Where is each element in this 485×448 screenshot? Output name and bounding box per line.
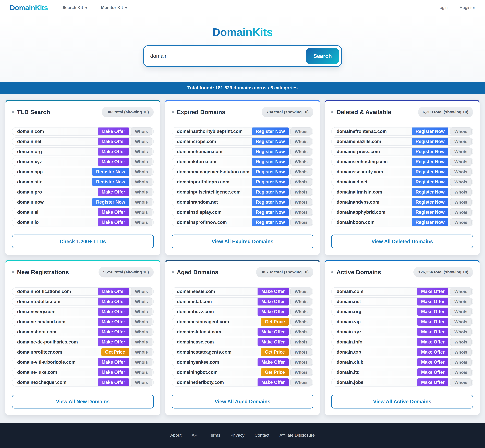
whois-button[interactable]: Whois bbox=[450, 328, 472, 336]
whois-button[interactable]: Whois bbox=[290, 168, 312, 176]
action-button[interactable]: Make Offer bbox=[98, 298, 129, 305]
view-all-button[interactable]: View All Active Domains bbox=[331, 395, 473, 408]
action-button[interactable]: Register Now bbox=[252, 218, 289, 226]
action-button[interactable]: Make Offer bbox=[98, 158, 129, 166]
action-button[interactable]: Make Offer bbox=[258, 358, 289, 366]
whois-button[interactable]: Whois bbox=[290, 358, 312, 366]
footer-link-terms[interactable]: Terms bbox=[209, 433, 220, 438]
action-button[interactable]: Make Offer bbox=[258, 288, 289, 295]
whois-button[interactable]: Whois bbox=[131, 368, 152, 376]
action-button[interactable]: Make Offer bbox=[98, 328, 129, 336]
action-button[interactable]: Make Offer bbox=[417, 348, 448, 356]
footer-link-affiliate-disclosure[interactable]: Affiliate Disclosure bbox=[280, 433, 315, 438]
whois-button[interactable]: Whois bbox=[290, 148, 312, 156]
footer-link-contact[interactable]: Contact bbox=[255, 433, 269, 438]
action-button[interactable]: Register Now bbox=[92, 168, 129, 176]
action-button[interactable]: Make Offer bbox=[98, 358, 129, 366]
whois-button[interactable]: Whois bbox=[290, 188, 312, 196]
whois-button[interactable]: Whois bbox=[131, 308, 152, 316]
login-link[interactable]: Login bbox=[437, 5, 448, 10]
whois-button[interactable]: Whois bbox=[290, 178, 312, 186]
whois-button[interactable]: Whois bbox=[290, 308, 312, 316]
action-button[interactable]: Get Price bbox=[101, 348, 129, 356]
action-button[interactable]: Register Now bbox=[252, 128, 289, 135]
whois-button[interactable]: Whois bbox=[450, 358, 472, 366]
whois-button[interactable]: Whois bbox=[450, 168, 472, 176]
action-button[interactable]: Register Now bbox=[412, 208, 448, 216]
whois-button[interactable]: Whois bbox=[450, 208, 472, 216]
action-button[interactable]: Make Offer bbox=[417, 308, 448, 316]
action-button[interactable]: Register Now bbox=[252, 188, 289, 196]
action-button[interactable]: Make Offer bbox=[98, 338, 129, 346]
action-button[interactable]: Make Offer bbox=[98, 208, 129, 216]
whois-button[interactable]: Whois bbox=[290, 338, 312, 346]
view-all-button[interactable]: View All Deleted Domains bbox=[331, 234, 473, 248]
footer-link-privacy[interactable]: Privacy bbox=[230, 433, 244, 438]
nav-item-monitor-kit[interactable]: Monitor Kit ▼ bbox=[101, 5, 128, 10]
whois-button[interactable]: Whois bbox=[131, 208, 152, 216]
action-button[interactable]: Register Now bbox=[252, 198, 289, 206]
whois-button[interactable]: Whois bbox=[131, 148, 152, 156]
search-button[interactable]: Search bbox=[306, 48, 339, 64]
whois-button[interactable]: Whois bbox=[131, 348, 152, 356]
whois-button[interactable]: Whois bbox=[290, 208, 312, 216]
action-button[interactable]: Register Now bbox=[412, 218, 448, 226]
whois-button[interactable]: Whois bbox=[290, 298, 312, 305]
whois-button[interactable]: Whois bbox=[290, 138, 312, 145]
whois-button[interactable]: Whois bbox=[290, 158, 312, 166]
whois-button[interactable]: Whois bbox=[131, 188, 152, 196]
action-button[interactable]: Register Now bbox=[252, 178, 289, 186]
whois-button[interactable]: Whois bbox=[131, 338, 152, 346]
action-button[interactable]: Make Offer bbox=[417, 378, 448, 386]
action-button[interactable]: Register Now bbox=[252, 138, 289, 145]
whois-button[interactable]: Whois bbox=[290, 218, 312, 226]
nav-item-search-kit[interactable]: Search Kit ▼ bbox=[62, 5, 88, 10]
whois-button[interactable]: Whois bbox=[290, 198, 312, 206]
whois-button[interactable]: Whois bbox=[290, 288, 312, 295]
action-button[interactable]: Register Now bbox=[252, 168, 289, 176]
action-button[interactable]: Get Price bbox=[261, 348, 289, 356]
whois-button[interactable]: Whois bbox=[290, 318, 312, 326]
whois-button[interactable]: Whois bbox=[131, 198, 152, 206]
whois-button[interactable]: Whois bbox=[450, 138, 472, 145]
whois-button[interactable]: Whois bbox=[131, 138, 152, 145]
action-button[interactable]: Register Now bbox=[412, 168, 448, 176]
action-button[interactable]: Register Now bbox=[92, 198, 129, 206]
action-button[interactable]: Register Now bbox=[252, 158, 289, 166]
whois-button[interactable]: Whois bbox=[131, 358, 152, 366]
whois-button[interactable]: Whois bbox=[450, 178, 472, 186]
whois-button[interactable]: Whois bbox=[131, 318, 152, 326]
footer-link-about[interactable]: About bbox=[170, 433, 181, 438]
whois-button[interactable]: Whois bbox=[450, 288, 472, 295]
whois-button[interactable]: Whois bbox=[450, 218, 472, 226]
action-button[interactable]: Make Offer bbox=[417, 328, 448, 336]
whois-button[interactable]: Whois bbox=[450, 188, 472, 196]
whois-button[interactable]: Whois bbox=[131, 218, 152, 226]
whois-button[interactable]: Whois bbox=[290, 348, 312, 356]
whois-button[interactable]: Whois bbox=[290, 128, 312, 135]
whois-button[interactable]: Whois bbox=[450, 378, 472, 386]
whois-button[interactable]: Whois bbox=[131, 328, 152, 336]
whois-button[interactable]: Whois bbox=[450, 298, 472, 305]
whois-button[interactable]: Whois bbox=[450, 348, 472, 356]
action-button[interactable]: Make Offer bbox=[417, 358, 448, 366]
whois-button[interactable]: Whois bbox=[450, 318, 472, 326]
action-button[interactable]: Make Offer bbox=[98, 308, 129, 316]
whois-button[interactable]: Whois bbox=[131, 128, 152, 135]
action-button[interactable]: Register Now bbox=[412, 128, 448, 135]
action-button[interactable]: Make Offer bbox=[98, 188, 129, 196]
action-button[interactable]: Make Offer bbox=[417, 288, 448, 295]
view-all-button[interactable]: View All Aged Domains bbox=[172, 395, 314, 408]
action-button[interactable]: Register Now bbox=[412, 138, 448, 145]
action-button[interactable]: Make Offer bbox=[98, 368, 129, 376]
whois-button[interactable]: Whois bbox=[450, 198, 472, 206]
search-input[interactable] bbox=[150, 53, 306, 59]
action-button[interactable]: Make Offer bbox=[98, 128, 129, 135]
whois-button[interactable]: Whois bbox=[450, 338, 472, 346]
view-all-button[interactable]: Check 1,200+ TLDs bbox=[12, 234, 154, 248]
whois-button[interactable]: Whois bbox=[131, 158, 152, 166]
action-button[interactable]: Make Offer bbox=[258, 298, 289, 305]
whois-button[interactable]: Whois bbox=[450, 308, 472, 316]
action-button[interactable]: Make Offer bbox=[417, 368, 448, 376]
whois-button[interactable]: Whois bbox=[131, 378, 152, 386]
